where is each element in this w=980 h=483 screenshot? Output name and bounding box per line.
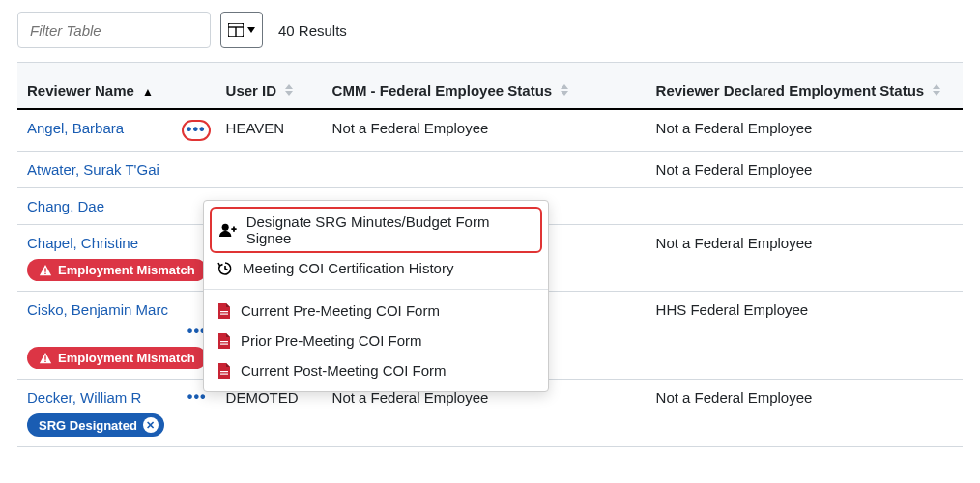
declared-status-cell: Not a Federal Employee [647,109,963,152]
toolbar: 40 Results [17,12,963,48]
cmm-status-cell: Not a Federal Employee [323,109,647,152]
menu-item-designate-signee[interactable]: Designate SRG Minutes/Budget Form Signee [210,207,542,253]
svg-rect-10 [220,311,228,312]
svg-rect-13 [220,343,228,344]
reviewer-name-link[interactable]: Cisko, Benjamin Marc [27,301,168,318]
svg-rect-6 [44,360,45,361]
reviewer-name-link[interactable]: Decker, William R [27,389,141,406]
column-header-cmm[interactable]: CMM - Federal Employee Status [323,63,647,110]
employment-mismatch-badge: Employment Mismatch [27,259,207,281]
svg-rect-9 [233,226,235,231]
sort-asc-icon: ▲ [142,85,154,99]
user-id-cell: HEAVEN [216,109,323,152]
warning-icon [39,352,52,365]
declared-status-cell: Not a Federal Employee [647,380,963,447]
svg-rect-5 [44,355,45,359]
sort-icon [284,84,294,96]
pdf-icon [217,363,231,379]
menu-item-coi-history[interactable]: Meeting COI Certification History [204,253,548,283]
declared-status-cell: HHS Federal Employee [647,292,963,380]
results-count: 40 Results [278,22,347,39]
svg-rect-15 [220,373,228,374]
menu-item-prior-pre-coi[interactable]: Prior Pre-Meeting COI Form [204,326,548,355]
declared-status-cell: Not a Federal Employee [647,152,963,188]
declared-status-cell [647,188,963,225]
columns-icon [228,23,244,37]
sort-icon [932,84,941,96]
user-id-cell [216,152,323,188]
row-actions-button[interactable]: ••• [182,120,211,141]
cmm-status-cell [323,152,647,188]
column-header-userid[interactable]: User ID [216,63,323,110]
menu-item-current-post-coi[interactable]: Current Post-Meeting COI Form [204,355,548,385]
employment-mismatch-badge: Employment Mismatch [27,347,207,369]
svg-rect-4 [44,272,45,273]
reviewer-name-link[interactable]: Angel, Barbara [27,120,124,136]
declared-status-cell: Not a Federal Employee [647,225,963,292]
column-chooser-button[interactable] [220,12,263,48]
svg-rect-3 [44,268,45,271]
user-plus-icon [219,222,237,238]
warning-icon [39,264,52,277]
remove-badge-button[interactable]: ✕ [143,417,159,433]
menu-divider [204,289,548,290]
table-row: Atwater, Surak T'Gai Not a Federal Emplo… [17,152,963,188]
pdf-icon [217,333,231,349]
history-icon [217,261,233,276]
reviewer-name-link[interactable]: Chapel, Christine [27,235,138,251]
filter-input[interactable] [17,12,211,48]
reviewer-name-link[interactable]: Atwater, Surak T'Gai [27,161,159,178]
row-actions-button[interactable]: ••• [187,389,207,405]
column-header-declared[interactable]: Reviewer Declared Employment Status [647,63,963,110]
svg-point-7 [222,224,229,231]
svg-rect-12 [220,341,228,342]
caret-down-icon [247,27,255,33]
table-row: Angel, Barbara ••• HEAVEN Not a Federal … [17,109,963,152]
svg-rect-14 [220,371,228,372]
reviewer-name-link[interactable]: Chang, Dae [27,198,104,214]
pdf-icon [217,303,231,319]
srg-designated-badge: SRG Designated ✕ [27,413,164,437]
row-actions-button[interactable]: ••• [27,324,207,339]
row-actions-menu: Designate SRG Minutes/Budget Form Signee… [203,200,549,392]
menu-item-current-pre-coi[interactable]: Current Pre-Meeting COI Form [204,296,548,326]
svg-rect-11 [220,313,228,314]
sort-icon [560,84,569,96]
column-header-name[interactable]: Reviewer Name ▲ [17,63,216,110]
